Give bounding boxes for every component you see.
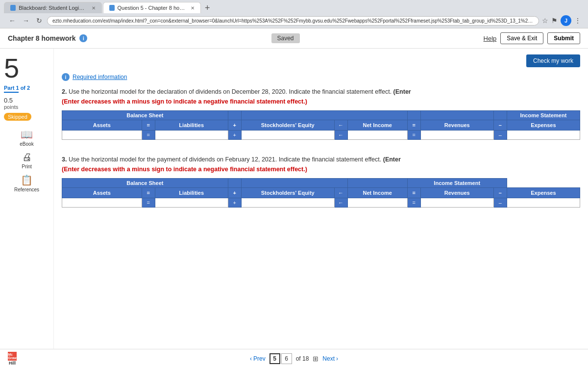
q3-input-row: = + ← = – <box>62 198 580 208</box>
q2-col-plus1: + <box>228 120 241 131</box>
q2-revenues-input[interactable] <box>422 131 492 138</box>
q3-liabilities-input-cell <box>155 198 228 208</box>
question-2-block: 2. Use the horizontal model for the decl… <box>62 87 580 140</box>
forward-button[interactable]: → <box>21 16 31 26</box>
browser-chrome: Blackboard: Student Login - Tr ✕ Questio… <box>0 0 588 28</box>
q2-col-minus1: – <box>493 120 507 131</box>
print-icon: 🖨 <box>22 152 32 163</box>
page-box-5[interactable]: 5 <box>270 353 280 364</box>
question-2-table: Balance Sheet Income Statement Assets = … <box>62 110 580 140</box>
q2-expenses-input[interactable] <box>508 131 579 138</box>
grid-icon[interactable]: ⊞ <box>313 355 318 363</box>
q3-col-se: Stockholders' Equity <box>241 188 334 198</box>
info-icon[interactable]: i <box>79 34 87 42</box>
help-button[interactable]: Help <box>484 35 497 42</box>
tab-2-close[interactable]: ✕ <box>191 5 195 11</box>
q2-se-input-cell <box>241 131 334 140</box>
submit-button[interactable]: Submit <box>547 32 580 44</box>
next-button[interactable]: Next › <box>322 355 338 362</box>
q3-col-eq2: = <box>407 188 420 198</box>
q3-col-plus1: + <box>228 188 241 198</box>
question-3-text: 3. Use the horizontal model for the paym… <box>62 155 580 174</box>
header-buttons: Help Save & Exit Submit <box>484 32 580 44</box>
q3-se-input-cell <box>241 198 334 208</box>
prev-button[interactable]: ‹ Prev <box>250 355 266 362</box>
bookmark-icon[interactable]: ⚑ <box>551 17 558 25</box>
next-arrow: › <box>336 355 338 362</box>
q2-liabilities-input[interactable] <box>156 131 227 138</box>
q3-arrow1-cell: ← <box>334 198 347 208</box>
browser-icons: ☆ ⚑ J ⋮ <box>542 15 581 26</box>
browser-address-bar: ← → ↻ ezto.mheducation.com/ext/map/index… <box>4 13 584 28</box>
q3-revenues-input[interactable] <box>422 199 492 206</box>
question-2-instruction: (Enter decreases with a minus sign to in… <box>62 98 307 105</box>
star-icon[interactable]: ☆ <box>542 17 548 25</box>
prev-arrow: ‹ <box>250 355 252 362</box>
new-tab-button[interactable]: + <box>202 3 213 13</box>
q2-se-input[interactable] <box>243 131 333 138</box>
q2-input-row: = + ← = – <box>62 131 580 140</box>
references-button[interactable]: 📋 References <box>14 174 39 192</box>
question-number: 5 <box>4 54 49 82</box>
q3-col-assets: Assets <box>62 188 142 198</box>
user-avatar[interactable]: J <box>561 15 571 26</box>
save-exit-button[interactable]: Save & Exit <box>500 32 543 44</box>
question-2-table-wrapper: Balance Sheet Income Statement Assets = … <box>62 110 580 140</box>
q2-netincome-input[interactable] <box>349 131 406 138</box>
question-2-number: 2. <box>62 88 69 95</box>
tab-1-close[interactable]: ✕ <box>92 5 96 11</box>
references-icon: 📋 <box>21 174 33 186</box>
sidebar: 5 Part 1 of 2 0.5 points Skipped 📖 eBook… <box>0 49 54 368</box>
menu-icon[interactable]: ⋮ <box>574 17 581 25</box>
q3-expenses-input[interactable] <box>508 199 579 206</box>
page-box-6[interactable]: 6 <box>281 353 292 364</box>
q3-liabilities-input[interactable] <box>156 199 227 206</box>
q3-se-input[interactable] <box>243 199 333 206</box>
q2-col-eq2: = <box>407 120 420 131</box>
question-3-number: 3. <box>62 156 69 163</box>
q3-assets-input[interactable] <box>63 199 141 206</box>
of-text: of 18 <box>296 355 309 362</box>
q2-eq2-cell: = <box>407 131 420 140</box>
q3-revenues-input-cell <box>420 198 493 208</box>
browser-tab-1[interactable]: Blackboard: Student Login - Tr ✕ <box>4 2 102 13</box>
q2-col-expenses: Expenses <box>507 120 580 131</box>
q3-eq1-cell: = <box>142 198 155 208</box>
ebook-icon: 📖 <box>21 129 33 140</box>
q3-col-revenues: Revenues <box>420 188 493 198</box>
prev-label: Prev <box>253 355 266 362</box>
q2-plus1-cell: + <box>228 131 241 140</box>
content-area: Check my work i Required information 2. … <box>54 49 588 368</box>
q2-col-se: Stockholders' Equity <box>241 120 334 131</box>
refresh-button[interactable]: ↻ <box>34 16 44 26</box>
q3-assets-input-cell <box>62 198 142 208</box>
sidebar-actions: 📖 eBook 🖨 Print 📋 References <box>4 129 49 192</box>
required-info-icon: i <box>62 73 70 81</box>
question-3-table-wrapper: Balance Sheet Income Statement Assets = … <box>62 178 580 208</box>
q2-assets-input[interactable] <box>63 131 141 138</box>
q2-col-liabilities: Liabilities <box>155 120 228 131</box>
q2-col-revenues: Revenues <box>420 120 493 131</box>
q2-col-arrow1: ← <box>334 120 347 131</box>
q3-col-minus1: – <box>493 188 507 198</box>
q2-assets-input-cell <box>62 131 142 140</box>
required-info-link[interactable]: Required information <box>73 74 127 80</box>
q2-arrow1-cell: ← <box>334 131 347 140</box>
check-my-work-button[interactable]: Check my work <box>526 54 580 67</box>
browser-tab-2[interactable]: Question 5 - Chapter 8 homew... ✕ <box>103 2 201 13</box>
footer: McGraw Hill ‹ Prev 5 6 of 18 ⊞ Next › <box>0 349 588 368</box>
part-underline <box>4 92 19 93</box>
page-boxes: 5 6 <box>270 353 292 364</box>
print-button[interactable]: 🖨 Print <box>22 152 32 169</box>
q3-netincome-input[interactable] <box>349 199 406 206</box>
next-label: Next <box>322 355 335 362</box>
q2-eq1-cell: = <box>142 131 155 140</box>
back-button[interactable]: ← <box>7 16 18 26</box>
footer-logo-text: Hill <box>9 361 16 366</box>
address-input[interactable]: ezto.mheducation.com/ext/map/index.html?… <box>47 16 539 26</box>
question-3-instruction: (Enter decreases with a minus sign to in… <box>62 166 307 173</box>
q3-balance-sheet-header: Balance Sheet <box>62 179 228 188</box>
ebook-button[interactable]: 📖 eBook <box>20 129 33 147</box>
question-2-bold: (Enter <box>393 88 411 95</box>
q2-balance-sheet-se <box>241 111 407 120</box>
